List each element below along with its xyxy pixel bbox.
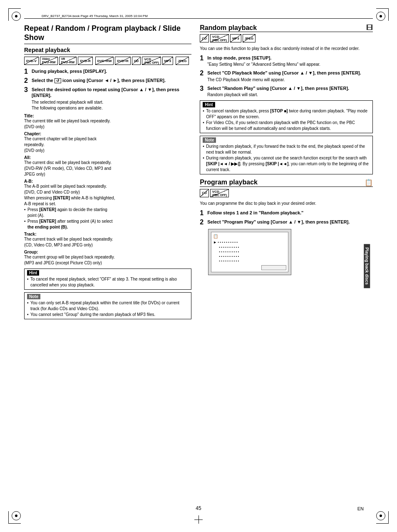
repeat-step1-heading: During playback, press [DISPLAY]. — [32, 68, 191, 74]
disc-icon-mp3: MP3 — [162, 57, 173, 65]
repeat-step3-body: The selected repeat playback will start.… — [32, 99, 191, 111]
disc-icon-dvdplusrw: DVD+RW — [95, 57, 114, 65]
disc-icons-program: CD VCD(PBC OFF) — [200, 189, 373, 197]
random-step-3: 3 Select "Random Play" using [Cursor ▲ /… — [200, 85, 373, 98]
repeat-options: Title: The current title will be played … — [24, 114, 191, 266]
option-title-track: Track: — [24, 232, 191, 236]
repeat-note-label: Note — [27, 294, 40, 299]
random-step2-body: The CD Playback Mode menu will appear. — [207, 77, 373, 83]
program-row-2: • • • • • • • • • • — [213, 245, 286, 249]
option-title-chapter: Chapter: — [24, 132, 191, 136]
random-step-2: 2 Select "CD Playback Mode" using [Curso… — [200, 70, 373, 82]
option-body-title: The current title will be played back re… — [24, 118, 191, 130]
program-icon: 📋 — [365, 179, 373, 186]
option-bullet-ab-2: Press [ENTER] after setting point (A) to… — [24, 219, 191, 230]
reg-circle-tl — [12, 12, 21, 21]
random-note-box: Note During random playback, if you forw… — [200, 136, 373, 174]
page-number: 45 — [0, 505, 397, 511]
option-body-ab: The A-B point will be played back repeat… — [24, 184, 191, 207]
repeat-step-3: 3 Select the desired option to repeat us… — [24, 87, 191, 111]
option-bullet-ab-1: Press [ENTER] again to decide the starti… — [24, 207, 191, 219]
disc-icon-vcd-repeat: VCD(PBC OFF) — [142, 57, 161, 65]
disc-icon-mp3-random: MP3 — [230, 34, 241, 42]
main-section-title: Repeat / Random / Program playback / Sli… — [24, 24, 191, 42]
option-title-group: Group: — [24, 250, 191, 254]
program-screen-icon: 📋 — [213, 234, 286, 239]
random-note-text: During random playback, if you forward t… — [203, 144, 370, 173]
random-note-label: Note — [203, 137, 216, 143]
disc-icon-vcd-random: VCD(PBC OFF) — [210, 34, 229, 42]
program-step-2: 2 Select "Program Play" using [Cursor ▲ … — [200, 219, 373, 226]
program-step2-heading: Select "Program Play" using [Cursor ▲ / … — [207, 219, 373, 225]
program-row-3: • • • • • • • • • • — [213, 250, 286, 254]
repeat-hint-label: Hint — [27, 270, 39, 276]
disc-icons-repeat: DVD-V VideoDVD-RW VRDVD-RW DVD-R DVD+RW … — [24, 57, 191, 65]
program-playback-title: Program playback — [200, 179, 258, 186]
disc-icons-random: CD VCD(PBC OFF) MP3 JPEG — [200, 34, 373, 42]
program-step-1: 1 Follow steps 1 and 2 in "Random playba… — [200, 210, 373, 216]
option-title-all: All: — [24, 155, 191, 160]
disc-icon-dvdplusr: DVD+R — [115, 57, 130, 65]
option-title-ab: A-B: — [24, 179, 191, 184]
program-screen-container: 📋 ► • • • • • • • • • • • • • • • • • • … — [208, 229, 373, 275]
page-content: Repeat / Random / Program playback / Sli… — [24, 24, 373, 505]
option-body-chapter: The current chapter will be played backr… — [24, 136, 191, 154]
program-row-1: ► • • • • • • • • • • — [213, 240, 286, 244]
reg-circle-tr — [376, 12, 385, 21]
section-divider — [24, 44, 191, 44]
reg-circle-br — [376, 511, 385, 520]
disc-icon-cd-program: CD — [200, 189, 209, 197]
random-hint-label: Hint — [203, 102, 215, 107]
repeat-step3-heading: Select the desired option to repeat usin… — [32, 87, 191, 99]
disc-icon-dvdrw-vr: VRDVD-RW — [59, 57, 77, 65]
option-body-all: The current disc will be played back rep… — [24, 160, 191, 177]
program-playback-section: Program playback 📋 CD VCD(PBC OFF) You c… — [200, 179, 373, 275]
random-step1-heading: In stop mode, press [SETUP]. — [207, 55, 373, 61]
random-step1-body: "Easy Setting Menu" or "Advanced Setting… — [207, 62, 373, 67]
disc-icon-dvdv: DVD-V — [24, 57, 39, 65]
option-body-track: The current track will be played back re… — [24, 236, 191, 248]
header-filename: DRV_B2737_B2734.book Page 45 Thursday, M… — [42, 14, 148, 18]
disc-icon-vcd-program: VCD(PBC OFF) — [210, 189, 229, 197]
reg-circle-bl — [12, 511, 21, 520]
random-playback-section: Random playback 🎞 CD VCD(PBC OFF) MP3 JP… — [200, 24, 373, 174]
left-column: Repeat / Random / Program playback / Sli… — [24, 24, 191, 505]
random-step3-body: Random playback will start. — [207, 92, 373, 98]
program-row-5: • • • • • • • • • • — [213, 259, 286, 263]
random-playback-title: Random playback — [200, 24, 257, 32]
disc-icon-jpeg: JPEG — [176, 57, 189, 65]
program-input-area — [213, 265, 286, 270]
disc-icon-jpeg-random: JPEG — [243, 34, 256, 42]
option-body-group: The current group will be played back re… — [24, 254, 191, 266]
random-intro: You can use this function to play back a… — [200, 46, 373, 52]
repeat-hint-text: To cancel the repeat playback, select "O… — [27, 276, 189, 288]
program-input-bar — [261, 265, 286, 270]
program-row-4: • • • • • • • • • • — [213, 254, 286, 258]
header-divider — [24, 18, 373, 19]
random-step2-heading: Select "CD Playback Mode" using [Cursor … — [207, 70, 373, 76]
disc-icon-dvdrw-video: VideoDVD-RW — [40, 57, 58, 65]
right-column: Random playback 🎞 CD VCD(PBC OFF) MP3 JP… — [200, 24, 373, 505]
repeat-hint-box: Hint To cancel the repeat playback, sele… — [24, 268, 191, 290]
page-lang: EN — [357, 506, 364, 511]
disc-icon-cd-random: CD — [200, 34, 209, 42]
program-screen: 📋 ► • • • • • • • • • • • • • • • • • • … — [208, 229, 291, 275]
disc-icon-dvdr: DVD-R — [78, 57, 92, 65]
random-step3-heading: Select "Random Play" using [Cursor ▲ / ▼… — [207, 85, 373, 91]
random-step-1: 1 In stop mode, press [SETUP]. "Easy Set… — [200, 55, 373, 67]
program-screen-inner: 📋 ► • • • • • • • • • • • • • • • • • • … — [211, 232, 288, 272]
random-hint-box: Hint To cancel random playback, press [S… — [200, 100, 373, 133]
repeat-note-text: You can only set A-B repeat playback wit… — [27, 300, 189, 318]
repeat-playback-title: Repeat playback — [24, 47, 191, 55]
repeat-step2-heading: Select the ↺ icon using [Cursor ◄ / ►], … — [32, 77, 191, 84]
repeat-note-box: Note You can only set A-B repeat playbac… — [24, 292, 191, 319]
repeat-step-1: 1 During playback, press [DISPLAY]. — [24, 68, 191, 75]
program-step1-heading: Follow steps 1 and 2 in "Random playback… — [207, 210, 373, 216]
disc-icon-cd: CD — [132, 57, 141, 65]
repeat-step-2: 2 Select the ↺ icon using [Cursor ◄ / ►]… — [24, 77, 191, 84]
random-hint-text: To cancel random playback, press [STOP ■… — [203, 108, 370, 132]
program-intro: You can programme the disc to play back … — [200, 201, 373, 206]
random-icon: 🎞 — [366, 24, 373, 32]
option-title-title: Title: — [24, 114, 191, 118]
